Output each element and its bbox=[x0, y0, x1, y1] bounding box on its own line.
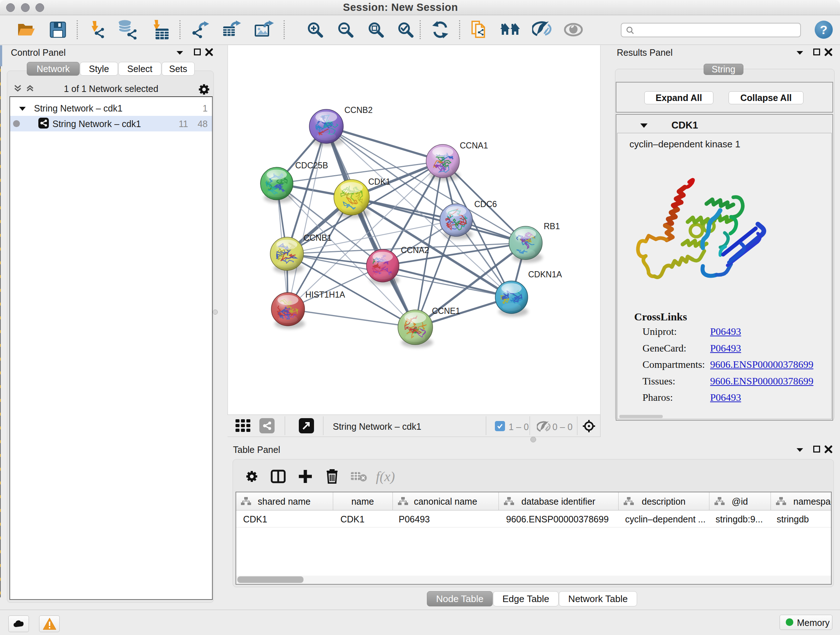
svg-text:CDC6: CDC6 bbox=[474, 200, 497, 209]
svg-text:RB1: RB1 bbox=[544, 222, 560, 231]
svg-text:CDC25B: CDC25B bbox=[295, 161, 328, 170]
svg-text:CCNE1: CCNE1 bbox=[432, 306, 460, 316]
svg-text:CCNB1: CCNB1 bbox=[303, 233, 332, 242]
svg-text:CDK1: CDK1 bbox=[368, 177, 390, 187]
svg-text:CDKN1A: CDKN1A bbox=[528, 270, 562, 279]
svg-text:HIST1H1A: HIST1H1A bbox=[305, 290, 346, 299]
svg-text:CCNA1: CCNA1 bbox=[460, 141, 488, 150]
svg-text:CCNB2: CCNB2 bbox=[344, 105, 373, 115]
svg-text:CCNA2: CCNA2 bbox=[401, 245, 429, 255]
